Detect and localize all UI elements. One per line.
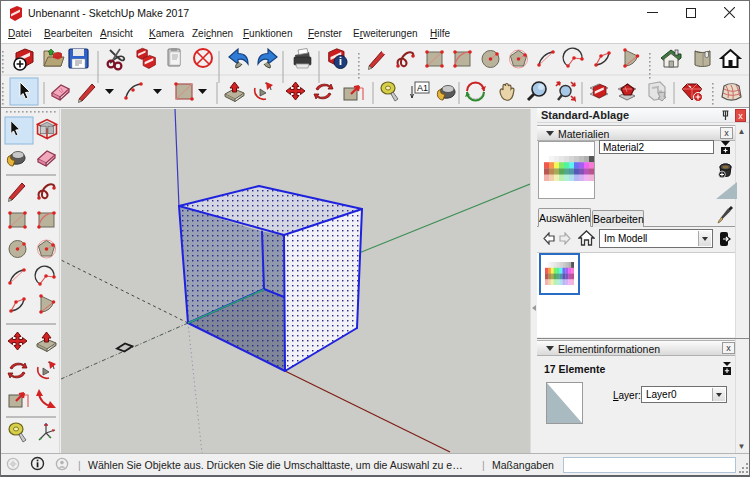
svg-text:A1: A1	[417, 83, 428, 93]
